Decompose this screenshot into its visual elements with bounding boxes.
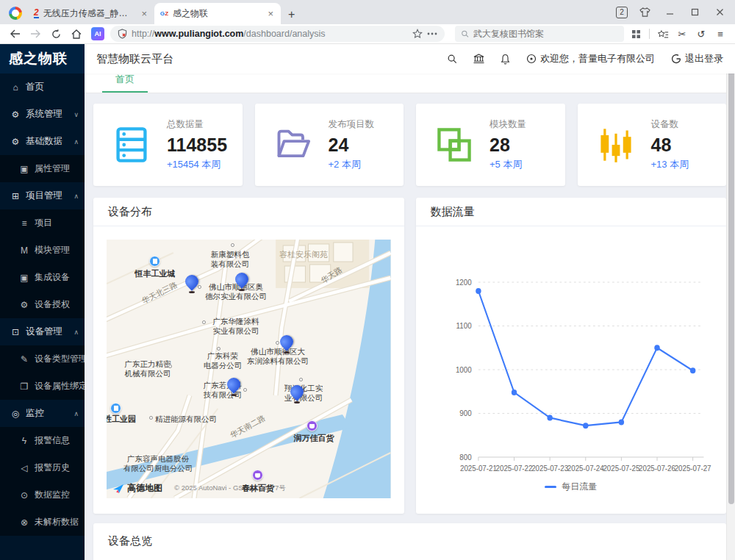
favorites-icon[interactable]	[654, 26, 672, 42]
url-bar[interactable]: http://www.puliangiot.com/dashboard/anal…	[110, 26, 445, 42]
sidebar-item-attribute-management[interactable]: ▣属性管理	[0, 155, 85, 182]
user-welcome[interactable]: 欢迎您，普量电子有限公司	[526, 52, 655, 65]
tab-count-badge[interactable]: 2	[616, 7, 628, 18]
tab1-close-icon[interactable]: ×	[140, 8, 148, 19]
header-search-icon[interactable]	[447, 54, 457, 64]
page-scrollbar[interactable]	[726, 44, 735, 560]
browser-menu-icon[interactable]: ≡	[711, 26, 729, 42]
undo-history-icon[interactable]: ↺	[692, 26, 710, 42]
data-point[interactable]	[654, 345, 659, 351]
sidebar-item-label: 未解析数据	[35, 516, 79, 528]
data-flow-panel: 数据流量 8009001000110012002025-07-212025-07…	[416, 198, 727, 514]
notifications-bell-icon[interactable]	[501, 54, 510, 65]
tab2-title: 感之物联	[173, 7, 262, 20]
sidebar-item-label: 设备授权	[35, 298, 70, 311]
data-point[interactable]	[476, 288, 481, 294]
sidebar-item-device-management[interactable]: ⊡设备管理∧	[0, 318, 85, 345]
candles-icon	[597, 126, 635, 164]
browser-logo-icon[interactable]	[9, 7, 22, 20]
sidebar-item-label: 项目	[35, 217, 52, 229]
sidebar-item-home[interactable]: ⌂首页	[0, 73, 85, 101]
scrollbar-thumb[interactable]	[728, 54, 734, 504]
device-map[interactable]: 高德地图 © 2025 AutoNavi - GS(2023)4677号 新康塑…	[107, 240, 391, 498]
tab2-close-icon[interactable]: ×	[266, 8, 275, 19]
window-close-button[interactable]	[709, 3, 731, 22]
home-button[interactable]	[68, 26, 85, 42]
sidebar-item-project[interactable]: ≡项目	[0, 209, 85, 237]
sidebar-item-unparsed-data[interactable]: ⊗未解析数据	[0, 509, 85, 536]
map-pin[interactable]	[290, 385, 304, 406]
browser-search-box[interactable]	[455, 26, 624, 42]
list-icon: ≡	[19, 218, 29, 229]
sidebar-item-device-attribute-binding[interactable]: ❐设备属性绑定	[0, 373, 85, 400]
home-icon: ⌂	[10, 82, 21, 93]
organization-bank-icon[interactable]	[473, 54, 484, 64]
sidebar-item-system-management[interactable]: ⚙系统管理∨	[0, 101, 85, 128]
data-point[interactable]	[511, 390, 516, 395]
reload-button[interactable]	[47, 26, 65, 42]
sidebar-item-integrated-device[interactable]: ▣集成设备	[0, 264, 85, 291]
building-poi-icon	[110, 403, 121, 414]
welcome-text: 欢迎您，普量电子有限公司	[540, 52, 655, 65]
sidebar-item-device-auth[interactable]: ⚙设备授权	[0, 291, 85, 318]
stat-delta: +15454 本周	[167, 158, 227, 171]
sidebar-item-data-monitoring[interactable]: ⊙数据监控	[0, 481, 85, 509]
data-point[interactable]	[583, 423, 588, 428]
forward-button[interactable]	[26, 26, 44, 42]
sidebar-item-alarm-info[interactable]: ϟ报警信息	[0, 427, 85, 454]
data-point[interactable]	[689, 367, 695, 373]
data-flow-title: 数据流量	[416, 198, 727, 226]
browser-tab-2-active[interactable]: GZ 感之物联 ×	[154, 3, 281, 24]
svg-text:900: 900	[459, 409, 472, 417]
svg-text:1200: 1200	[455, 279, 471, 287]
logout-button[interactable]: 退出登录	[671, 52, 723, 65]
svg-text:1100: 1100	[456, 322, 471, 330]
sidebar-item-project-management[interactable]: ⊞项目管理∧	[0, 182, 85, 209]
more-options-icon[interactable]	[427, 32, 437, 35]
logout-text: 退出登录	[685, 52, 723, 65]
new-tab-button[interactable]: +	[281, 8, 302, 24]
tab1-title: 无线压力传感器_静力水准仪_	[43, 7, 136, 20]
gear-icon: ⚙	[19, 300, 29, 310]
sidebar-item-label: 属性管理	[35, 162, 70, 175]
tab2-favicon: GZ	[160, 10, 168, 17]
ai-assistant-icon[interactable]: AI	[91, 27, 104, 40]
browser-tab-1[interactable]: 2 无线压力传感器_静力水准仪_ ×	[28, 3, 154, 24]
browser-search-input[interactable]	[473, 29, 618, 39]
app-header: 智慧物联云平台 欢迎您，普量电子有限公司 退出登录	[85, 44, 735, 73]
svg-text:2025-07-22: 2025-07-22	[495, 464, 532, 473]
sidebar-item-monitoring[interactable]: ◎监控∧	[0, 400, 85, 427]
sidebar-item-label: 数据监控	[35, 489, 70, 501]
chevron-down-icon: ∨	[74, 111, 79, 118]
tab-home[interactable]: 首页	[102, 73, 148, 93]
stat-card-total-data: 总数据量114855+15454 本周	[93, 104, 243, 186]
sidebar-item-device-type-management[interactable]: ✎设备类型管理	[0, 345, 85, 373]
sidebar-item-module-management[interactable]: M模块管理	[0, 237, 85, 264]
window-maximize-button[interactable]	[684, 3, 706, 22]
data-point[interactable]	[547, 414, 552, 420]
window-minimize-button[interactable]	[659, 3, 681, 22]
theme-shirt-icon[interactable]	[634, 3, 656, 22]
map-pin[interactable]	[226, 378, 241, 398]
map-pin[interactable]	[279, 335, 294, 356]
map-pin[interactable]	[184, 275, 199, 295]
svg-text:2025-07-27: 2025-07-27	[674, 464, 711, 473]
pen-icon: ✎	[19, 354, 29, 365]
back-button[interactable]	[6, 26, 24, 42]
building-poi-icon	[149, 256, 160, 267]
app-logo[interactable]: 感之物联	[0, 44, 85, 73]
shield-insecure-icon[interactable]	[118, 29, 127, 39]
stat-value: 28	[490, 134, 526, 156]
sidebar-item-alarm-history[interactable]: ◁报警历史	[0, 454, 85, 481]
sidebar-item-base-data[interactable]: ⚙基础数据∧	[0, 128, 85, 155]
gear-icon: ⚙	[10, 110, 21, 120]
data-point[interactable]	[618, 419, 623, 425]
device-distribution-panel: 设备分布	[93, 198, 404, 514]
chart-legend[interactable]: 每日流量	[429, 476, 714, 500]
screenshot-scissors-icon[interactable]: ✂	[673, 26, 691, 42]
apps-grid-icon[interactable]	[627, 26, 645, 42]
amap-logo[interactable]: 高德地图	[112, 482, 162, 495]
bookmark-star-icon[interactable]	[412, 29, 423, 39]
tab1-favicon: 2	[34, 9, 39, 18]
map-pin[interactable]	[234, 273, 249, 293]
